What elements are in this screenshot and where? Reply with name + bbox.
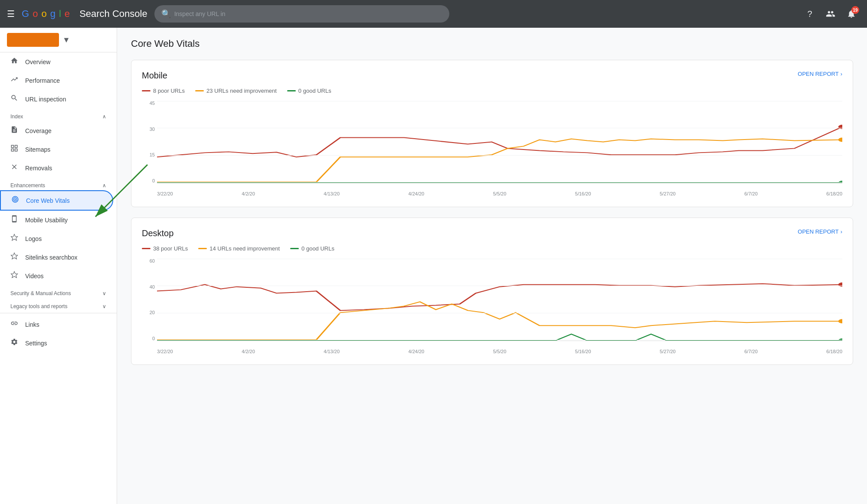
x-label: 6/18/20 <box>826 349 842 354</box>
sidebar-item-label: Coverage <box>25 127 52 134</box>
sidebar-item-label: Core Web Vitals <box>26 197 70 204</box>
sidebar-item-overview[interactable]: Overview <box>0 52 113 71</box>
sidebar-item-removals[interactable]: Removals <box>0 159 113 177</box>
sidebar-item-logos[interactable]: Logos <box>0 229 113 248</box>
mobile-usability-icon <box>10 215 18 225</box>
menu-icon[interactable]: ☰ <box>7 9 15 19</box>
x-label: 3/22/20 <box>157 349 173 354</box>
mobile-open-report-link[interactable]: OPEN REPORT › <box>798 71 842 77</box>
core-web-vitals-icon <box>11 195 19 205</box>
dropdown-arrow-icon[interactable]: ▼ <box>62 36 70 45</box>
notifications-button[interactable]: 19 <box>843 5 860 23</box>
legend-label-good: 0 good URLs <box>298 88 331 94</box>
logos-icon <box>10 234 18 244</box>
sidebar-item-label: Overview <box>25 59 50 65</box>
sidebar-item-sitelinks-searchbox[interactable]: Sitelinks searchbox <box>0 248 113 267</box>
x-label: 5/16/20 <box>575 191 591 196</box>
search-icon: 🔍 <box>161 9 171 19</box>
legend-label-improvement: 14 URLs need improvement <box>209 245 280 252</box>
legend-dot-good <box>287 90 296 91</box>
x-label: 5/27/20 <box>660 191 676 196</box>
sidebar-item-label: Performance <box>25 77 60 84</box>
legend-dot-good <box>290 248 299 249</box>
settings-icon <box>10 338 18 348</box>
desktop-card-title: Desktop <box>142 228 842 238</box>
mobile-legend-poor: 8 poor URLs <box>142 88 185 94</box>
x-label: 4/13/20 <box>324 349 340 354</box>
legend-label-poor: 8 poor URLs <box>153 88 185 94</box>
svg-rect-0 <box>11 145 13 147</box>
desktop-chart-svg: 1 <box>157 259 842 341</box>
sidebar-item-core-web-vitals[interactable]: Core Web Vitals <box>0 190 113 211</box>
section-index-header[interactable]: Index ∧ <box>0 108 117 121</box>
accounts-button[interactable] <box>822 5 839 23</box>
sidebar-item-links[interactable]: Links <box>0 315 113 334</box>
svg-rect-3 <box>15 149 17 151</box>
sidebar-item-mobile-usability[interactable]: Mobile Usability <box>0 211 113 229</box>
sidebar-item-settings[interactable]: Settings <box>0 334 113 352</box>
sidebar-item-performance[interactable]: Performance <box>0 71 113 90</box>
desktop-y-labels: 60 40 20 0 <box>142 259 155 341</box>
svg-rect-2 <box>11 149 13 151</box>
mobile-legend-good: 0 good URLs <box>287 88 331 94</box>
sidebar-item-sitemaps[interactable]: Sitemaps <box>0 140 113 159</box>
svg-marker-7 <box>11 234 18 241</box>
mobile-card: Mobile OPEN REPORT › 8 poor URLs 23 URLs… <box>131 60 853 207</box>
x-label: 3/22/20 <box>157 191 173 196</box>
chevron-right-icon: › <box>841 71 842 77</box>
sidebar-item-coverage[interactable]: Coverage <box>0 121 113 140</box>
desktop-x-labels: 3/22/20 4/2/20 4/13/20 4/24/20 5/5/20 5/… <box>157 349 842 354</box>
desktop-open-report-link[interactable]: OPEN REPORT › <box>798 228 842 235</box>
legend-dot-improvement <box>195 90 204 91</box>
x-label: 5/27/20 <box>660 349 676 354</box>
legend-label-poor: 38 poor URLs <box>153 245 188 252</box>
svg-marker-8 <box>11 253 18 259</box>
page-title: Core Web Vitals <box>131 38 853 49</box>
open-report-label: OPEN REPORT <box>798 71 838 77</box>
help-icon: ? <box>807 9 812 19</box>
mobile-chart: 45 30 15 0 <box>142 101 842 196</box>
app-logo: Google Search Console <box>22 8 147 20</box>
sidebar-item-videos[interactable]: Videos <box>0 267 113 285</box>
desktop-chart: 60 40 20 0 <box>142 259 842 354</box>
x-label: 4/24/20 <box>409 349 425 354</box>
svg-point-6 <box>15 199 16 200</box>
section-security-header[interactable]: Security & Manual Actions ∨ <box>0 285 117 298</box>
mobile-chart-svg: 1 <box>157 101 842 183</box>
videos-icon <box>10 271 18 281</box>
divider <box>0 313 117 313</box>
search-input[interactable] <box>174 10 442 17</box>
help-button[interactable]: ? <box>801 5 818 23</box>
collapse-icon: ∧ <box>102 114 106 120</box>
desktop-chart-area: 1 <box>157 259 842 341</box>
performance-icon <box>10 75 18 85</box>
section-enhancements-header[interactable]: Enhancements ∧ <box>0 177 117 190</box>
site-selector[interactable]: ▼ <box>0 28 117 52</box>
y-label: 0 <box>152 336 155 341</box>
legend-dot-improvement <box>198 248 207 249</box>
x-label: 5/16/20 <box>575 349 591 354</box>
mobile-y-labels: 45 30 15 0 <box>142 101 155 183</box>
x-label: 6/18/20 <box>826 191 842 196</box>
x-label: 4/13/20 <box>324 191 340 196</box>
legend-dot-poor <box>142 90 150 91</box>
legend-label-improvement: 23 URLs need improvement <box>206 88 277 94</box>
mobile-legend-improvement: 23 URLs need improvement <box>195 88 277 94</box>
notification-count: 19 <box>851 6 859 14</box>
sidebar-item-label: Settings <box>25 340 47 347</box>
sidebar-item-label: Mobile Usability <box>25 217 68 224</box>
section-label: Enhancements <box>10 182 45 189</box>
top-nav: ☰ Google Search Console 🔍 ? 19 <box>0 0 867 28</box>
app-body: ▼ Overview Performance URL inspection In… <box>0 28 867 504</box>
desktop-legend: 38 poor URLs 14 URLs need improvement 0 … <box>142 245 842 252</box>
x-label: 5/5/20 <box>493 349 507 354</box>
removals-icon <box>10 163 18 173</box>
sidebar-item-url-inspection[interactable]: URL inspection <box>0 90 113 108</box>
x-label: 6/7/20 <box>744 349 758 354</box>
x-label: 4/24/20 <box>409 191 425 196</box>
svg-point-16 <box>838 319 842 323</box>
mobile-legend: 8 poor URLs 23 URLs need improvement 0 g… <box>142 88 842 94</box>
site-badge <box>7 33 59 47</box>
nav-actions: ? 19 <box>801 5 860 23</box>
section-legacy-header[interactable]: Legacy tools and reports ∨ <box>0 298 117 311</box>
